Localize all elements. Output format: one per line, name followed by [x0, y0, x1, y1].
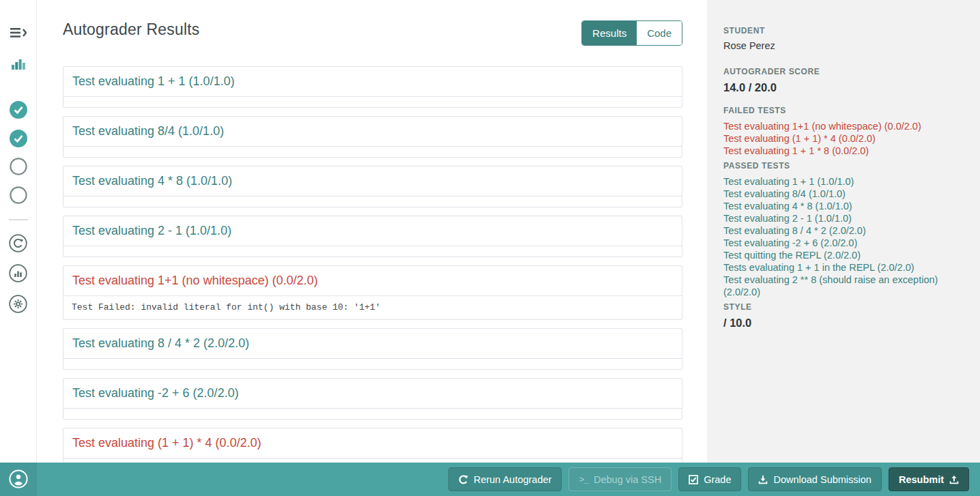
test-summary-item: Test evaluating 4 * 8 (1.0/1.0) [723, 200, 961, 212]
download-icon [758, 475, 768, 484]
test-summary-item: Test evaluating 1 + 1 * 8 (0.0/2.0) [723, 145, 961, 157]
step-complete-icon[interactable] [8, 101, 29, 119]
test-card: Test evaluating 2 - 1 (1.0/1.0) [63, 216, 682, 257]
test-card: Test evaluating 8/4 (1.0/1.0) [63, 116, 682, 158]
test-card: Test evaluating 4 * 8 (1.0/1.0) [63, 166, 682, 207]
rerun-autograder-button[interactable]: Rerun Autograder [448, 467, 562, 491]
passed-tests-list: Test evaluating 1 + 1 (1.0/1.0)Test eval… [723, 175, 961, 298]
test-card-output [63, 358, 682, 369]
step-pending-icon[interactable] [8, 158, 29, 175]
test-card-title[interactable]: Test evaluating 1 + 1 (1.0/1.0) [63, 67, 682, 96]
resubmit-button[interactable]: Resubmit [889, 467, 969, 491]
test-card: Test evaluating 8 / 4 * 2 (2.0/2.0) [63, 328, 682, 370]
test-card: Test evaluating 1+1 (no whitespace) (0.0… [63, 265, 682, 320]
autograder-score-label: AUTOGRADER SCORE [723, 67, 961, 76]
regrade-icon[interactable] [8, 234, 29, 252]
test-summary-item: Test evaluating (1 + 1) * 4 (0.0/2.0) [723, 132, 961, 145]
test-summary-item: Test quitting the REPL (2.0/2.0) [723, 249, 961, 261]
tab-code[interactable]: Code [637, 21, 682, 45]
style-label: STYLE [723, 302, 961, 312]
test-card-output [63, 246, 682, 257]
failed-tests-label: FAILED TESTS [723, 106, 961, 115]
style-score-value: / 10.0 [723, 317, 961, 330]
submission-summary-panel: STUDENT Rose Perez AUTOGRADER SCORE 14.0… [707, 0, 980, 496]
test-summary-item: Test evaluating 8 / 4 * 2 (2.0/2.0) [723, 224, 961, 237]
button-label: Resubmit [899, 474, 944, 485]
test-summary-item: Test evaluating 1 + 1 (1.0/1.0) [723, 175, 961, 188]
sidebar-divider [9, 219, 28, 220]
button-label: Grade [704, 474, 731, 485]
title-row: Autograder Results Results Code [63, 20, 682, 46]
bar-chart-icon[interactable] [8, 57, 29, 70]
footer-button-group: Rerun Autograder>_Debug via SSHGradeDown… [448, 467, 969, 491]
autograder-results-panel: Autograder Results Results Code Test eva… [37, 0, 707, 496]
test-summary-item: Test evaluating 1+1 (no whitespace) (0.0… [723, 120, 961, 132]
test-card-output [63, 408, 682, 419]
settings-icon[interactable] [8, 295, 29, 313]
test-card-output [63, 96, 682, 107]
test-summary-item: Test evaluating 2 - 1 (1.0/1.0) [723, 212, 961, 224]
checkbox-icon [689, 475, 698, 484]
tab-results[interactable]: Results [582, 21, 637, 45]
page-title: Autograder Results [63, 20, 199, 39]
test-card: Test evaluating -2 + 6 (2.0/2.0) [63, 378, 682, 420]
autograder-score-value: 14.0 / 20.0 [723, 81, 961, 94]
test-card-title[interactable]: Test evaluating 8 / 4 * 2 (2.0/2.0) [63, 329, 682, 358]
test-card-output [63, 146, 682, 157]
results-code-toggle: Results Code [581, 20, 682, 46]
test-card-title[interactable]: Test evaluating 8/4 (1.0/1.0) [63, 117, 682, 146]
button-label: Debug via SSH [594, 474, 661, 485]
menu-expand-icon[interactable] [8, 27, 29, 38]
debug-via-ssh-button[interactable]: >_Debug via SSH [568, 467, 672, 491]
terminal-icon: >_ [579, 475, 588, 485]
test-card-title[interactable]: Test evaluating 1+1 (no whitespace) (0.0… [63, 266, 682, 295]
test-summary-item: Test evaluating -2 + 6 (2.0/2.0) [723, 237, 961, 249]
button-label: Rerun Autograder [474, 474, 551, 485]
test-card-output [63, 196, 682, 207]
passed-tests-label: PASSED TESTS [723, 161, 961, 171]
grade-button[interactable]: Grade [678, 467, 741, 491]
terminal-icon: >_ [579, 473, 588, 485]
student-label: STUDENT [723, 26, 961, 35]
test-card-list: Test evaluating 1 + 1 (1.0/1.0)Test eval… [63, 66, 682, 482]
test-card: Test evaluating 1 + 1 (1.0/1.0) [63, 66, 682, 108]
test-summary-item: Test evaluating 8/4 (1.0/1.0) [723, 188, 961, 200]
test-card-title[interactable]: Test evaluating (1 + 1) * 4 (0.0/2.0) [63, 428, 682, 458]
upload-icon [949, 475, 959, 484]
test-card-title[interactable]: Test evaluating 2 - 1 (1.0/1.0) [63, 216, 682, 246]
step-complete-icon[interactable] [8, 130, 29, 147]
action-bar: Rerun Autograder>_Debug via SSHGradeDown… [0, 463, 980, 496]
step-pending-icon[interactable] [8, 186, 29, 204]
account-icon[interactable] [9, 469, 28, 488]
student-name: Rose Perez [723, 40, 961, 51]
left-icon-rail [0, 0, 37, 496]
test-card-output: Test Failed: invalid literal for int() w… [63, 295, 682, 319]
test-summary-item: Tests evaluating 1 + 1 in the REPL (2.0/… [723, 261, 961, 274]
failed-tests-list: Test evaluating 1+1 (no whitespace) (0.0… [723, 120, 961, 157]
button-label: Download Submission [773, 474, 871, 485]
refresh-icon [459, 475, 468, 484]
download-submission-button[interactable]: Download Submission [748, 467, 881, 491]
test-card-title[interactable]: Test evaluating 4 * 8 (1.0/1.0) [63, 166, 682, 196]
statistics-icon[interactable] [8, 264, 29, 282]
test-card-title[interactable]: Test evaluating -2 + 6 (2.0/2.0) [63, 379, 682, 408]
test-summary-item: Test evaluating 2 ** 8 (should raise an … [723, 274, 961, 298]
